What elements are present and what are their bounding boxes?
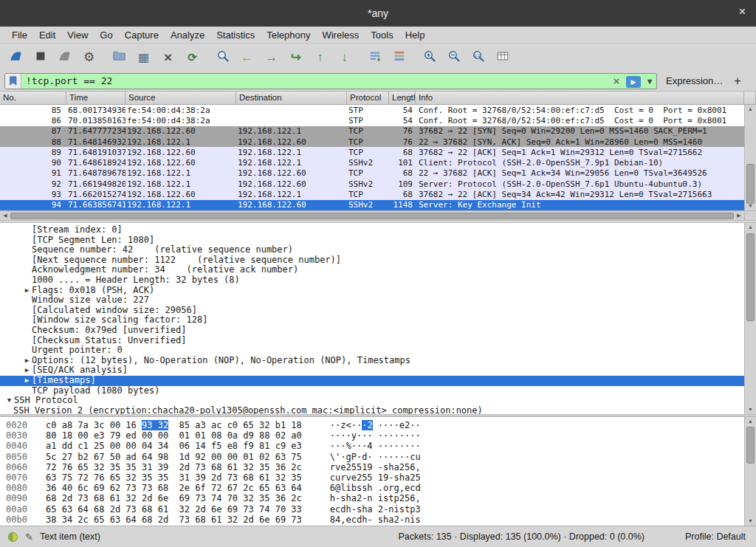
hex-line[interactable]: 008036 40 6c 69 62 73 73 68 2e 6f 72 67 … bbox=[6, 483, 744, 493]
filter-bookmark-icon[interactable] bbox=[5, 74, 21, 89]
scroll-thumb[interactable] bbox=[746, 233, 755, 321]
packet-row[interactable]: 8871.648146932192.168.122.1192.168.122.6… bbox=[0, 137, 744, 147]
expression-button[interactable]: Expression… bbox=[666, 75, 723, 86]
add-filter-button[interactable]: + bbox=[729, 74, 746, 89]
expander-collapsed-icon[interactable]: ▶ bbox=[22, 356, 32, 366]
menu-edit[interactable]: Edit bbox=[33, 28, 61, 42]
save-capture-file-button[interactable]: ▦ bbox=[132, 47, 155, 69]
hex-line[interactable]: 0040a1 dd c1 25 00 00 04 34 06 14 f5 e8 … bbox=[6, 441, 744, 451]
menu-wireless[interactable]: Wireless bbox=[316, 28, 365, 42]
details-vscrollbar[interactable]: ▲ ▼ bbox=[744, 223, 756, 414]
scroll-thumb[interactable] bbox=[746, 427, 755, 464]
hex-line[interactable]: 00b038 34 2c 65 63 64 68 2d 73 68 61 32 … bbox=[6, 515, 744, 525]
scroll-up-icon[interactable]: ▲ bbox=[745, 223, 756, 232]
restart-capture-button[interactable] bbox=[53, 47, 76, 69]
detail-line[interactable]: SSH Version 2 (encryption:chacha20-poly1… bbox=[0, 406, 744, 414]
detail-line[interactable]: ▶Flags: 0x018 (PSH, ACK) bbox=[0, 286, 744, 296]
hex-line[interactable]: 0020c0 a8 7a 3c 00 16 93 32 85 a3 ac c0 … bbox=[6, 420, 744, 430]
display-filter-input[interactable]: !tcp.port == 22 bbox=[21, 75, 609, 86]
hscroll-thumb[interactable] bbox=[10, 213, 734, 219]
expander-collapsed-icon[interactable]: ▶ bbox=[22, 376, 32, 386]
resize-columns-button[interactable] bbox=[491, 47, 514, 69]
go-to-packet-button[interactable]: ↪ bbox=[284, 47, 307, 69]
expert-info-icon[interactable] bbox=[7, 531, 18, 543]
column-header-info[interactable]: Info bbox=[416, 92, 744, 104]
hex-ascii[interactable]: rve25519 -sha256, bbox=[330, 462, 421, 472]
scroll-up-icon[interactable]: ▲ bbox=[745, 105, 756, 114]
menu-statistics[interactable]: Statistics bbox=[210, 28, 261, 42]
hex-line[interactable]: 00505c 27 b2 67 50 ad 64 98 1d 92 00 00 … bbox=[6, 452, 744, 462]
detail-line[interactable]: 1000 .... = Header Length: 32 bytes (8) bbox=[0, 275, 744, 286]
filter-dropdown-icon[interactable]: ▼ bbox=[643, 77, 656, 86]
packet-row[interactable]: 9471.663856741192.168.122.1192.168.122.6… bbox=[0, 200, 744, 210]
menu-analyze[interactable]: Analyze bbox=[165, 28, 210, 42]
start-capture-button[interactable] bbox=[4, 47, 27, 69]
hex-ascii[interactable]: ····y··· ········ bbox=[330, 430, 421, 441]
scroll-up-icon[interactable]: ▲ bbox=[745, 417, 756, 426]
filter-clear-icon[interactable]: × bbox=[609, 75, 624, 87]
packet-row[interactable]: 8670.013850163fe:54:00:d4:38:2aSTP54Conf… bbox=[0, 115, 744, 125]
scroll-down-icon[interactable]: ▼ bbox=[745, 517, 756, 526]
detail-line[interactable]: [Checksum Status: Unverified] bbox=[0, 336, 744, 346]
packet-list-vscrollbar[interactable]: ▲ ▼ bbox=[744, 105, 756, 210]
expander-expanded-icon[interactable]: ▼ bbox=[4, 396, 14, 406]
detail-line[interactable]: Urgent pointer: 0 bbox=[0, 345, 744, 356]
detail-line[interactable]: [Next sequence number: 1122 (relative se… bbox=[0, 255, 744, 266]
column-header-destination[interactable]: Destination bbox=[236, 92, 347, 104]
packet-row[interactable]: 8568.001734936fe:54:00:d4:38:2aSTP54Conf… bbox=[0, 105, 744, 115]
detail-line[interactable]: [Stream index: 0] bbox=[0, 225, 744, 235]
menu-tools[interactable]: Tools bbox=[365, 28, 399, 42]
hex-ascii[interactable]: ···%···4 ········ bbox=[330, 441, 421, 451]
hex-bytes[interactable]: 36 40 6c 69 62 73 73 68 2e 6f 72 67 2c 6… bbox=[46, 483, 302, 493]
hex-bytes[interactable]: a1 dd c1 25 00 00 04 34 06 14 f5 e8 f9 8… bbox=[46, 441, 302, 451]
zoom-reset-button[interactable]: 1:1 bbox=[467, 47, 489, 69]
close-capture-file-button[interactable]: × bbox=[157, 47, 179, 69]
go-forward-button[interactable]: → bbox=[260, 47, 283, 69]
packet-list-hscrollbar[interactable]: ◀ ▶ bbox=[0, 210, 756, 220]
hex-bytes[interactable]: 65 63 64 68 2d 73 68 61 32 2d 6e 69 73 7… bbox=[46, 504, 302, 515]
packet-row[interactable]: 8771.647777234192.168.122.60192.168.122.… bbox=[0, 126, 744, 137]
hex-bytes[interactable]: 68 2d 73 68 61 32 2d 6e 69 73 74 70 32 3… bbox=[46, 493, 302, 503]
go-first-packet-button[interactable]: ↑ bbox=[309, 47, 331, 69]
hex-ascii[interactable]: ··z<···2 ····e2·· bbox=[330, 420, 421, 430]
menu-help[interactable]: Help bbox=[399, 28, 431, 42]
hex-ascii[interactable]: \'·gP·d· ······cu bbox=[330, 452, 421, 462]
expander-collapsed-icon[interactable]: ▶ bbox=[22, 365, 32, 376]
column-header-length[interactable]: Length bbox=[389, 92, 416, 104]
reload-file-button[interactable]: ⟳ bbox=[181, 47, 204, 69]
hex-ascii[interactable]: 6@libssh .org,ecd bbox=[330, 483, 421, 493]
scroll-left-icon[interactable]: ◀ bbox=[0, 213, 10, 219]
menu-go[interactable]: Go bbox=[94, 28, 118, 42]
packet-row[interactable]: 9371.662015274192.168.122.60192.168.122.… bbox=[0, 189, 744, 199]
packet-row[interactable]: 9271.661949820192.168.122.1192.168.122.6… bbox=[0, 179, 744, 189]
hex-bytes[interactable]: 72 76 65 32 35 35 31 39 2d 73 68 61 32 3… bbox=[46, 462, 302, 472]
zoom-out-button[interactable] bbox=[442, 47, 465, 69]
detail-line[interactable]: Sequence number: 42 (relative sequence n… bbox=[0, 245, 744, 255]
open-capture-file-button[interactable] bbox=[108, 47, 131, 69]
auto-scroll-button[interactable] bbox=[363, 47, 386, 69]
hex-line[interactable]: 006072 76 65 32 35 35 31 39 2d 73 68 61 … bbox=[6, 462, 744, 472]
hex-bytes[interactable]: 5c 27 b2 67 50 ad 64 98 1d 92 00 00 01 0… bbox=[46, 452, 302, 462]
colorize-packets-button[interactable] bbox=[388, 47, 410, 69]
go-last-packet-button[interactable]: ↓ bbox=[333, 47, 356, 69]
hex-ascii[interactable]: 84,ecdh- sha2-nis bbox=[330, 515, 421, 525]
detail-line[interactable]: [Calculated window size: 29056] bbox=[0, 306, 744, 316]
packet-row[interactable]: 9171.648789678192.168.122.1192.168.122.6… bbox=[0, 168, 744, 179]
expander-collapsed-icon[interactable]: ▶ bbox=[22, 286, 32, 296]
column-header-source[interactable]: Source bbox=[126, 92, 236, 104]
find-packet-button[interactable] bbox=[211, 47, 234, 69]
detail-line[interactable]: ▶Options: (12 bytes), No-Operation (NOP)… bbox=[0, 356, 744, 366]
display-filter-field[interactable]: !tcp.port == 22 × ▶ ▼ bbox=[4, 73, 657, 89]
bytes-vscrollbar[interactable]: ▲ ▼ bbox=[744, 417, 756, 526]
hex-bytes[interactable]: 38 34 2c 65 63 64 68 2d 73 68 61 32 2d 6… bbox=[46, 515, 302, 525]
hex-line[interactable]: 007063 75 72 76 65 32 35 35 31 39 2d 73 … bbox=[6, 472, 744, 483]
menu-view[interactable]: View bbox=[61, 28, 94, 42]
filter-apply-icon[interactable]: ▶ bbox=[624, 74, 643, 88]
detail-line[interactable]: Acknowledgment number: 34 (relative ack … bbox=[0, 265, 744, 275]
menu-telephony[interactable]: Telephony bbox=[261, 28, 316, 42]
detail-line[interactable]: [Window size scaling factor: 128] bbox=[0, 315, 744, 326]
hex-line[interactable]: 009068 2d 73 68 61 32 2d 6e 69 73 74 70 … bbox=[6, 493, 744, 503]
menu-file[interactable]: File bbox=[6, 28, 33, 42]
detail-line[interactable]: ▶[Timestamps] bbox=[0, 376, 744, 386]
scroll-down-icon[interactable]: ▼ bbox=[745, 202, 756, 210]
